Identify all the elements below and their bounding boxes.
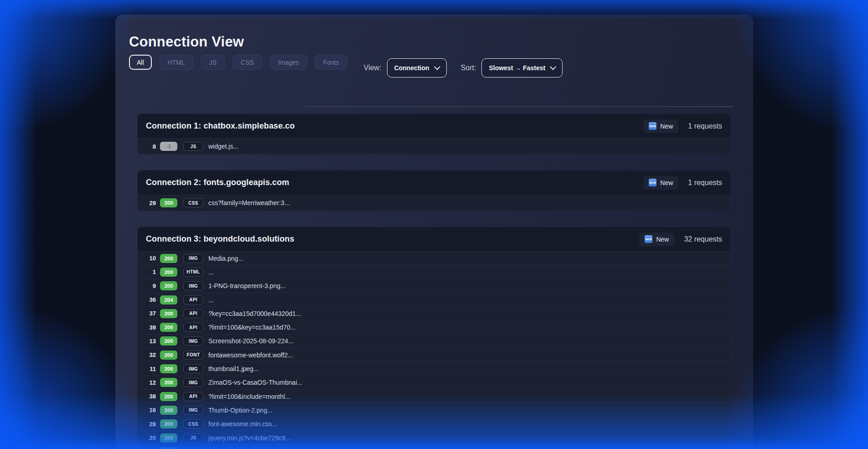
connection-card: Connection 1: chatbox.simplebase.co NEW …: [137, 114, 731, 155]
request-name: Thumb-Option-2.png...: [208, 407, 273, 414]
status-badge: 200: [160, 309, 177, 318]
connection-header-right: NEW New 1 requests: [643, 119, 722, 133]
request-index: 38: [146, 393, 156, 400]
connection-card: Connection 3: beyondcloud.solutions NEW …: [137, 227, 731, 449]
new-badge: NEW New: [643, 176, 678, 190]
section-divider: [305, 106, 734, 107]
view-label: View:: [364, 64, 382, 72]
type-badge: API: [183, 295, 203, 304]
type-badge: IMG: [183, 378, 203, 387]
status-badge: 200: [160, 392, 177, 401]
type-badge: JS: [183, 434, 203, 443]
request-index: 13: [146, 338, 156, 345]
chevron-down-icon: [434, 63, 440, 70]
request-row: 39 200 API ?limit=100&key=cc3aa15d70...: [138, 320, 730, 334]
request-row: 34 200 IMG overlay.png?v=4cbe729c92...: [138, 444, 730, 449]
request-count: 1 requests: [688, 179, 722, 187]
connection-header-right: NEW New 1 requests: [643, 176, 722, 190]
request-index: 8: [146, 143, 156, 150]
request-name: thumbnail1.jpeg...: [208, 365, 259, 372]
connection-view-panel: Connection View AllHTMLJSCSSImagesFonts …: [115, 15, 753, 449]
type-badge: HTML: [183, 268, 203, 277]
request-index: 29: [146, 200, 156, 206]
request-index: 16: [146, 407, 156, 413]
status-badge: 200: [160, 434, 177, 443]
request-index: 10: [146, 255, 156, 262]
request-name: font-awesome.min.css...: [208, 420, 277, 428]
new-badge: NEW New: [639, 232, 674, 246]
type-badge: CSS: [183, 419, 203, 428]
request-name: ?limit=100&include=monthl...: [208, 393, 290, 400]
status-badge: 200: [160, 268, 177, 277]
connection-header: Connection 2: fonts.googleapis.com NEW N…: [138, 170, 730, 195]
status-badge: 200: [160, 254, 177, 263]
request-index: 11: [146, 366, 156, 372]
connection-list: Connection 1: chatbox.simplebase.co NEW …: [137, 114, 731, 449]
request-index: 20: [146, 434, 156, 441]
status-badge: 200: [160, 281, 177, 290]
chevron-down-icon: [550, 63, 556, 70]
request-name: ?key=cc3aa15d7000e44320d1...: [208, 310, 301, 317]
status-badge: 200: [160, 364, 177, 373]
request-index: 32: [146, 351, 156, 358]
status-badge: 200: [160, 323, 177, 332]
toolbar: AllHTMLJSCSSImagesFonts View: Connection…: [129, 55, 753, 77]
view-select[interactable]: Connection: [387, 58, 447, 77]
request-count: 1 requests: [688, 122, 722, 130]
type-badge: API: [183, 309, 203, 318]
request-index: 37: [146, 310, 156, 317]
connection-title: Connection 2: fonts.googleapis.com: [146, 178, 289, 187]
request-name: ...: [208, 296, 214, 304]
filter-button-all[interactable]: All: [129, 55, 152, 70]
request-row: 10 200 IMG Media.png...: [138, 252, 730, 265]
sort-label: Sort:: [461, 64, 476, 72]
request-row: 16 200 IMG Thumb-Option-2.png...: [138, 403, 730, 417]
filter-button-html[interactable]: HTML: [160, 55, 193, 70]
status-badge: 200: [160, 351, 177, 360]
connection-title: Connection 1: chatbox.simplebase.co: [146, 121, 295, 131]
filter-group: AllHTMLJSCSSImagesFonts: [129, 55, 347, 70]
sort-select-value: Slowest → Fastest: [489, 64, 545, 72]
app-window: Connection View AllHTMLJSCSSImagesFonts …: [0, 0, 868, 449]
request-row: 36 204 API ...: [138, 293, 730, 306]
type-badge: IMG: [183, 364, 203, 373]
view-control: View: Connection: [364, 58, 447, 77]
filter-button-css[interactable]: CSS: [232, 55, 262, 70]
connection-header-right: NEW New 32 requests: [639, 232, 722, 246]
connection-title: Connection 3: beyondcloud.solutions: [146, 234, 294, 244]
status-badge: 200: [160, 447, 177, 449]
request-name: ZimaOS-vs-CasaOS-Thumbnai...: [208, 379, 302, 386]
request-index: 36: [146, 296, 156, 303]
request-list: 10 200 IMG Media.png... 1 200 HTML ... 9…: [138, 251, 730, 449]
status-badge: 200: [160, 378, 177, 387]
type-badge: IMG: [183, 336, 203, 346]
request-row: 13 200 IMG Screenshot-2025-08-09-224...: [138, 334, 730, 348]
request-name: ?limit=100&key=cc3aa15d70...: [208, 324, 295, 331]
request-row: 38 200 API ?limit=100&include=monthl...: [138, 389, 730, 403]
type-badge: IMG: [183, 406, 203, 415]
view-select-value: Connection: [394, 64, 429, 72]
new-badge-label: New: [656, 236, 669, 243]
request-row: 1 200 HTML ...: [138, 265, 730, 279]
new-icon: NEW: [649, 179, 656, 186]
new-icon: NEW: [645, 235, 652, 243]
sort-select[interactable]: Slowest → Fastest: [481, 58, 563, 77]
filter-button-fonts[interactable]: Fonts: [315, 55, 347, 70]
request-row: 29 200 CSS css?family=Merriweather:3...: [138, 195, 730, 211]
type-badge: IMG: [183, 254, 203, 263]
request-row: 28 200 CSS font-awesome.min.css...: [138, 417, 730, 431]
status-badge: -1: [160, 142, 177, 151]
status-badge: 200: [160, 336, 177, 346]
request-count: 32 requests: [684, 235, 722, 243]
type-badge: CSS: [183, 198, 203, 207]
request-index: 1: [146, 268, 156, 275]
type-badge: JS: [183, 142, 203, 151]
request-index: 9: [146, 283, 156, 289]
filter-button-js[interactable]: JS: [201, 55, 225, 70]
status-badge: 200: [160, 406, 177, 415]
page-title: Connection View: [129, 33, 753, 50]
request-index: 39: [146, 324, 156, 331]
type-badge: FONT: [183, 351, 203, 360]
new-badge-label: New: [660, 123, 673, 130]
filter-button-images[interactable]: Images: [270, 55, 307, 70]
